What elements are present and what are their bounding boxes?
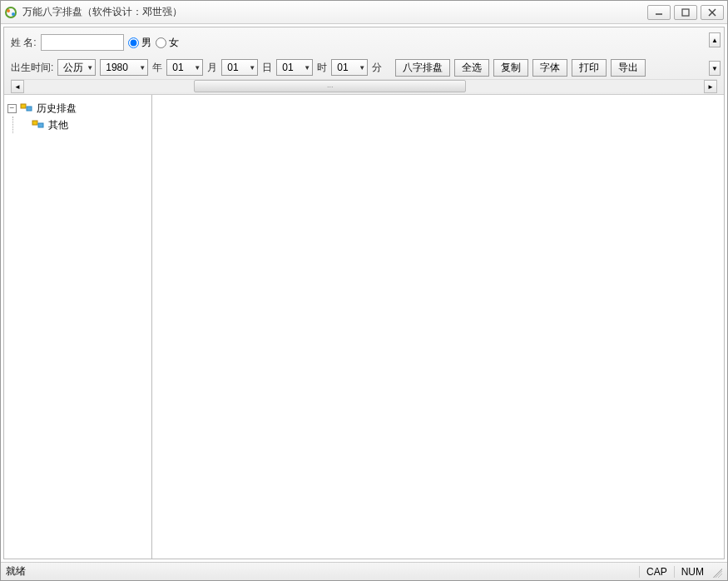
hour-suffix: 时: [317, 61, 327, 75]
content-pane: [152, 95, 724, 559]
chevron-down-icon: ▼: [249, 64, 255, 72]
window-title: 万能八字排盘（软件设计：邓世强）: [22, 5, 647, 19]
chevron-down-icon: ▼: [87, 64, 93, 72]
resize-grip[interactable]: [711, 566, 722, 578]
folder-icon: [20, 102, 33, 115]
month-suffix: 月: [207, 61, 217, 75]
select-all-button[interactable]: 全选: [454, 59, 489, 77]
main-split: − 历史排盘 其他: [4, 95, 724, 559]
copy-label: 复制: [501, 61, 521, 75]
year-suffix: 年: [152, 61, 162, 75]
year-select[interactable]: 1980 ▼: [100, 59, 148, 76]
day-suffix: 日: [262, 61, 272, 75]
minute-suffix: 分: [372, 61, 382, 75]
hour-value: 01: [282, 62, 300, 73]
gender-female-label: 女: [169, 36, 179, 50]
minimize-button[interactable]: [647, 5, 671, 20]
birth-label: 出生时间:: [11, 61, 53, 75]
gender-male-label: 男: [141, 36, 151, 50]
calendar-type-value: 公历: [63, 61, 83, 75]
status-num: NUM: [674, 566, 711, 578]
minute-select[interactable]: 01 ▼: [331, 59, 368, 76]
name-input[interactable]: [41, 34, 124, 51]
status-ready: 就绪: [6, 564, 639, 579]
toolbar-scroll-up[interactable]: ▲: [709, 32, 721, 47]
chevron-down-icon: ▼: [194, 64, 201, 72]
year-value: 1980: [106, 62, 136, 73]
select-all-label: 全选: [462, 61, 482, 75]
hour-select[interactable]: 01 ▼: [276, 59, 313, 76]
titlebar: 万能八字排盘（软件设计：邓世强）: [1, 1, 727, 24]
scroll-track[interactable]: ···: [24, 80, 704, 92]
scroll-left-button[interactable]: ◄: [11, 80, 24, 93]
tree-child-item[interactable]: 其他: [32, 117, 148, 133]
gender-male-input[interactable]: [128, 37, 139, 48]
app-icon: [4, 6, 17, 19]
chevron-down-icon: ▼: [139, 64, 146, 72]
window-controls: [647, 5, 724, 20]
svg-rect-7: [21, 104, 26, 108]
svg-rect-8: [27, 107, 32, 111]
minute-value: 01: [337, 62, 355, 73]
chevron-down-icon: ▼: [304, 64, 310, 72]
maximize-button[interactable]: [674, 5, 697, 20]
svg-rect-10: [38, 123, 43, 127]
print-button[interactable]: 打印: [572, 59, 607, 77]
name-label: 姓 名:: [11, 36, 37, 50]
print-label: 打印: [579, 61, 599, 75]
svg-point-0: [6, 7, 16, 17]
gender-male-radio[interactable]: 男: [128, 36, 151, 50]
tree-root-label: 历史排盘: [37, 102, 77, 116]
folder-icon: [32, 118, 45, 132]
client-area: ▲ ▼ 姓 名: 男 女 出生时间: 公历 ▼ 1980 ▼: [3, 27, 725, 559]
calc-button-label: 八字排盘: [403, 61, 443, 75]
calendar-type-select[interactable]: 公历 ▼: [57, 59, 96, 76]
font-button[interactable]: 字体: [532, 59, 567, 77]
month-select[interactable]: 01 ▼: [166, 59, 203, 76]
tree-child-label: 其他: [48, 118, 68, 132]
export-label: 导出: [618, 61, 638, 75]
toolbar-hscroll[interactable]: ◄ ··· ►: [11, 79, 717, 92]
close-button[interactable]: [701, 5, 724, 20]
toolbar: ▲ ▼ 姓 名: 男 女 出生时间: 公历 ▼ 1980 ▼: [4, 27, 724, 95]
calc-button[interactable]: 八字排盘: [395, 59, 450, 77]
tree-expander[interactable]: −: [7, 104, 17, 113]
form-row-name: 姓 名: 男 女: [11, 32, 717, 52]
copy-button[interactable]: 复制: [493, 59, 528, 77]
gender-female-radio[interactable]: 女: [156, 36, 179, 50]
tree-pane: − 历史排盘 其他: [4, 95, 152, 559]
day-value: 01: [227, 62, 245, 73]
chevron-down-icon: ▼: [359, 64, 365, 72]
form-row-birth: 出生时间: 公历 ▼ 1980 ▼ 年 01 ▼ 月 01 ▼ 日 01 ▼: [11, 57, 717, 77]
toolbar-scroll-down[interactable]: ▼: [709, 61, 721, 76]
svg-rect-9: [32, 121, 37, 125]
status-cap: CAP: [639, 566, 674, 578]
font-label: 字体: [540, 61, 560, 75]
scroll-thumb[interactable]: ···: [194, 80, 466, 92]
scroll-right-button[interactable]: ►: [704, 80, 717, 93]
gender-female-input[interactable]: [156, 37, 166, 48]
svg-point-1: [7, 9, 10, 12]
svg-rect-4: [682, 9, 689, 16]
statusbar: 就绪 CAP NUM: [1, 562, 727, 580]
day-select[interactable]: 01 ▼: [221, 59, 258, 76]
month-value: 01: [172, 62, 191, 73]
export-button[interactable]: 导出: [611, 59, 646, 77]
svg-point-2: [12, 12, 15, 16]
tree-root-item[interactable]: − 历史排盘: [7, 100, 148, 117]
